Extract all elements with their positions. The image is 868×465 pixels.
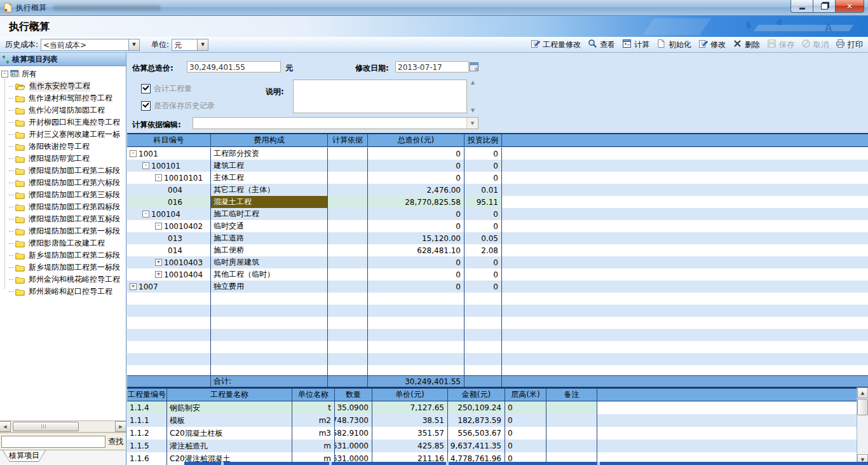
print-button[interactable]: 打印	[836, 39, 863, 50]
budget-col-header[interactable]: 投资比例	[465, 134, 502, 146]
quantity-col-header[interactable]: 工程量名称	[167, 389, 292, 401]
budget-cell-code[interactable]: 014	[127, 244, 211, 256]
quantity-cell-note[interactable]	[546, 440, 597, 452]
budget-cell-ratio[interactable]: 0	[465, 268, 502, 281]
tree-item-project[interactable]: 郑州裴峪和赵口控导工程	[0, 286, 126, 298]
budget-cell-basis[interactable]	[328, 256, 368, 268]
collapse-icon[interactable]: -	[142, 211, 149, 218]
quantity-cell-name[interactable]: 灌注桩造孔	[167, 440, 292, 452]
quantity-table-scrollbar[interactable]: ▲ ▼	[857, 387, 868, 465]
budget-cell-ratio[interactable]: 0	[465, 148, 502, 160]
collapse-icon[interactable]: -	[1, 71, 8, 78]
view-button[interactable]: 查看	[588, 39, 615, 50]
budget-cell-ratio[interactable]: 0	[465, 220, 502, 232]
budget-row[interactable]: -100101建筑工程00	[127, 160, 868, 172]
scroll-right-icon[interactable]: ▶	[115, 421, 126, 432]
budget-cell-ratio[interactable]: 0	[465, 160, 502, 172]
note-textarea[interactable]	[293, 80, 467, 113]
quantity-cell-price[interactable]: 38.51	[372, 414, 448, 427]
tree-item-project[interactable]: 新乡堤防加固工程第一标段	[0, 261, 126, 274]
history-cost-select[interactable]: <当前成本> ▼	[41, 39, 140, 51]
quantity-cell-amount[interactable]: 556,503.67	[448, 427, 505, 440]
budget-cell-total[interactable]: 15,120.00	[368, 232, 465, 244]
budget-cell-name[interactable]: 建筑工程	[211, 160, 328, 172]
tree-item-project[interactable]: 开封三义寨闸改建工程一标	[0, 128, 126, 141]
quantity-cell-note[interactable]	[546, 401, 597, 414]
tree-root-all[interactable]: -所有	[0, 68, 126, 80]
budget-cell-code[interactable]: -100101	[127, 160, 211, 172]
budget-row[interactable]: 013施工道路15,120.000.05	[127, 232, 868, 244]
quantity-cell-note[interactable]	[546, 427, 597, 440]
quantity-cell-price[interactable]: 425.85	[372, 440, 448, 452]
collapse-icon[interactable]: -	[155, 174, 162, 181]
budget-cell-basis[interactable]	[328, 220, 368, 232]
budget-cell-total[interactable]: 0	[368, 281, 465, 293]
tree-item-project[interactable]: 濮阳堤防加固工程第六标段	[0, 177, 126, 189]
budget-cell-code[interactable]: -100104	[127, 208, 211, 220]
quantity-col-header[interactable]: 单位名称	[292, 389, 335, 401]
scroll-down-icon[interactable]: ▼	[471, 108, 475, 113]
quantity-cell-code[interactable]: 1.1.2	[127, 427, 167, 440]
quantity-cell-qty[interactable]: 22,631.0000	[335, 440, 372, 452]
quantity-cell-price[interactable]: 351.57	[372, 427, 448, 440]
quantity-cell-qty[interactable]: 1,582.9100	[335, 427, 372, 440]
collapse-icon[interactable]: -	[130, 150, 137, 157]
budget-cell-name[interactable]: 主体工程	[211, 172, 328, 184]
quantity-cell-amount[interactable]: 182,873.59	[448, 414, 505, 427]
quantity-cell-height[interactable]: 0	[505, 414, 546, 427]
chevron-down-icon[interactable]: ▼	[466, 118, 478, 128]
expand-icon[interactable]: +	[155, 259, 162, 266]
budget-cell-total[interactable]: 0	[368, 172, 465, 184]
budget-cell-basis[interactable]	[328, 268, 368, 281]
budget-cell-name[interactable]: 施工临时工程	[211, 208, 328, 220]
quantity-cell-amount[interactable]: 250,109.24	[448, 401, 505, 414]
tree-horizontal-scrollbar[interactable]: ◀ ▶	[0, 420, 126, 433]
collapse-icon[interactable]: -	[142, 162, 149, 169]
tree-item-project[interactable]: 濮阳堤防加固工程第三标段	[0, 189, 126, 201]
quantity-col-header[interactable]: 工程量编号	[127, 389, 167, 401]
modify-date-input[interactable]	[395, 61, 469, 73]
scroll-left-icon[interactable]: ◀	[0, 421, 11, 432]
budget-cell-total[interactable]: 628,481.10	[368, 244, 465, 256]
budget-cell-ratio[interactable]: 2.08	[465, 244, 502, 256]
expand-icon[interactable]: +	[130, 283, 137, 290]
budget-cell-ratio[interactable]: 95.11	[465, 196, 502, 208]
tree-item-project[interactable]: 焦作逯村和驾部控导工程	[0, 92, 126, 104]
quantity-cell-code[interactable]: 1.1.6	[127, 452, 167, 465]
budget-cell-code[interactable]: -10010402	[127, 220, 211, 232]
tree-item-project[interactable]: 开封柳园口和王庵控导工程	[0, 116, 126, 128]
quantity-cell-price[interactable]: 7,127.65	[372, 401, 448, 414]
scroll-up-icon[interactable]: ▲	[857, 387, 868, 398]
scrollbar-thumb[interactable]	[857, 399, 868, 415]
budget-cell-ratio[interactable]: 0	[465, 281, 502, 293]
quantity-row[interactable]: 1.1.2C20混凝土柱板m31,582.9100351.57556,503.6…	[127, 427, 857, 440]
budget-cell-code[interactable]: 016	[127, 196, 211, 208]
budget-cell-ratio[interactable]: 0.05	[465, 232, 502, 244]
quantity-cell-height[interactable]: 0	[505, 401, 546, 414]
budget-cell-ratio[interactable]: 0	[465, 256, 502, 268]
budget-cell-ratio[interactable]: 0	[465, 208, 502, 220]
quantity-col-header[interactable]: 层高(米)	[505, 389, 546, 401]
budget-cell-code[interactable]: +10010404	[127, 268, 211, 281]
checkbox-total-quantity[interactable]: 合计工程量	[141, 83, 192, 94]
quantity-col-header[interactable]: 金额(元)	[448, 389, 505, 401]
quantity-cell-unit[interactable]: t	[292, 401, 335, 414]
budget-cell-name[interactable]: 其它工程（主体）	[211, 184, 328, 196]
find-button[interactable]: 查找	[108, 436, 123, 447]
quantity-cell-name[interactable]: C20混凝土柱板	[167, 427, 292, 440]
quantity-row[interactable]: 1.1.1模板m24,748.730038.51182,873.590	[127, 414, 857, 427]
close-button[interactable]: ✕	[835, 0, 864, 13]
budget-row[interactable]: -1001工程部分投资00	[127, 148, 868, 160]
delete-button[interactable]: 删除	[733, 39, 760, 50]
budget-row[interactable]: -10010402临时交通00	[127, 220, 868, 232]
tree-item-project[interactable]: 焦作东安控导工程	[0, 80, 126, 92]
budget-cell-code[interactable]: +1007	[127, 281, 211, 293]
budget-cell-basis[interactable]	[328, 281, 368, 293]
budget-row[interactable]: -10010101主体工程00	[127, 172, 868, 184]
quantity-cell-qty[interactable]: 4,748.7300	[335, 414, 372, 427]
budget-cell-name[interactable]: 其他工程（临时）	[211, 268, 328, 281]
checkbox-checked-icon[interactable]	[141, 101, 151, 111]
budget-row[interactable]: +1007独立费用00	[127, 281, 868, 293]
initialize-button[interactable]: 初始化	[656, 39, 691, 50]
budget-col-header[interactable]: 科目编号	[127, 134, 211, 146]
